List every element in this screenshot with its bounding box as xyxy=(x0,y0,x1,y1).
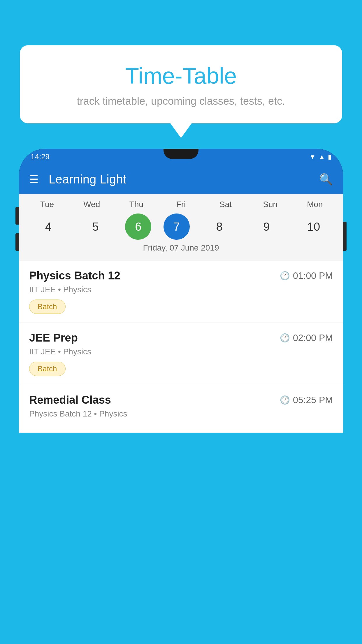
day-headers: Tue Wed Thu Fri Sat Sun Mon xyxy=(19,200,343,209)
day-9[interactable]: 9 xyxy=(249,214,284,240)
clock-icon: 🕐 xyxy=(280,271,290,281)
feature-title: Time-Table xyxy=(34,63,328,89)
class-item[interactable]: JEE Prep 🕐 02:00 PM IIT JEE • Physics Ba… xyxy=(19,323,343,385)
menu-icon[interactable]: ☰ xyxy=(29,173,38,186)
status-bar: 14:29 ▼ ▲ ▮ xyxy=(19,149,343,165)
class-name: JEE Prep xyxy=(29,332,78,344)
content-area: Physics Batch 12 🕐 01:00 PM IIT JEE • Ph… xyxy=(19,261,343,433)
class-item[interactable]: Physics Batch 12 🕐 01:00 PM IIT JEE • Ph… xyxy=(19,261,343,323)
class-time: 🕐 01:00 PM xyxy=(280,270,333,281)
signal-icon: ▲ xyxy=(319,153,325,161)
class-name: Remedial Class xyxy=(29,394,111,406)
feature-subtitle: track timetable, upcoming classes, tests… xyxy=(34,95,328,107)
app-title: Learning Light xyxy=(49,172,319,186)
calendar-strip: Tue Wed Thu Fri Sat Sun Mon 4 5 6 7 8 9 … xyxy=(19,194,343,261)
class-item[interactable]: Remedial Class 🕐 05:25 PM Physics Batch … xyxy=(19,385,343,433)
day-header-fri: Fri xyxy=(164,200,198,209)
class-meta: IIT JEE • Physics xyxy=(29,285,333,294)
phone-volume-down xyxy=(15,233,19,251)
class-name: Physics Batch 12 xyxy=(29,270,120,282)
day-header-tue: Tue xyxy=(30,200,65,209)
day-6-today[interactable]: 6 xyxy=(125,214,151,240)
phone-volume-up xyxy=(15,207,19,225)
day-header-sat: Sat xyxy=(208,200,243,209)
day-numbers: 4 5 6 7 8 9 10 xyxy=(19,214,343,240)
battery-icon: ▮ xyxy=(328,153,331,161)
status-icons: ▼ ▲ ▮ xyxy=(309,153,331,161)
phone-frame: 14:29 ▼ ▲ ▮ ☰ Learning Light 🔍 Tue Wed T… xyxy=(19,149,343,433)
phone-power-button xyxy=(343,222,347,251)
clock-icon: 🕐 xyxy=(280,395,290,405)
batch-badge: Batch xyxy=(29,300,66,314)
day-10[interactable]: 10 xyxy=(296,214,331,240)
batch-badge: Batch xyxy=(29,362,66,376)
speech-bubble: Time-Table track timetable, upcoming cla… xyxy=(20,45,342,123)
status-time: 14:29 xyxy=(31,152,50,161)
wifi-icon: ▼ xyxy=(309,153,316,161)
day-4[interactable]: 4 xyxy=(31,214,66,240)
day-7-selected[interactable]: 7 xyxy=(164,214,190,240)
phone-mockup: 14:29 ▼ ▲ ▮ ☰ Learning Light 🔍 Tue Wed T… xyxy=(19,149,343,644)
class-meta: IIT JEE • Physics xyxy=(29,347,333,356)
day-8[interactable]: 8 xyxy=(202,214,237,240)
day-5[interactable]: 5 xyxy=(78,214,113,240)
class-meta: Physics Batch 12 • Physics xyxy=(29,409,333,419)
class-time: 🕐 05:25 PM xyxy=(280,395,333,405)
day-header-sun: Sun xyxy=(253,200,288,209)
selected-date-label: Friday, 07 June 2019 xyxy=(19,240,343,258)
class-time: 🕐 02:00 PM xyxy=(280,332,333,343)
search-icon[interactable]: 🔍 xyxy=(319,173,333,186)
clock-icon: 🕐 xyxy=(280,333,290,343)
day-header-wed: Wed xyxy=(74,200,109,209)
app-bar: ☰ Learning Light 🔍 xyxy=(19,165,343,194)
day-header-mon: Mon xyxy=(297,200,332,209)
phone-notch xyxy=(164,149,198,159)
day-header-thu: Thu xyxy=(119,200,154,209)
